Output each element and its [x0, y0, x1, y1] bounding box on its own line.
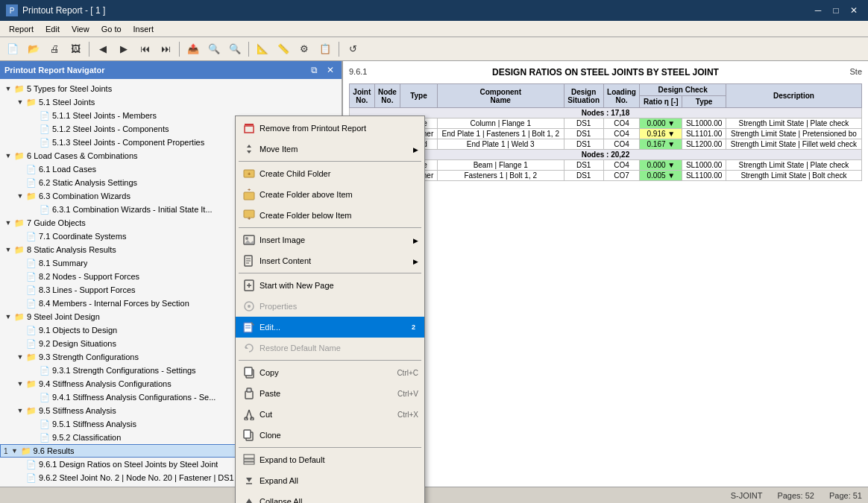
ctx-create-above-label: Create Folder above Item [260, 190, 418, 199]
menu-insert[interactable]: Insert [128, 23, 160, 35]
status-bar: S-JOINT Pages: 52 Page: 51 [0, 487, 868, 503]
ctx-move[interactable]: Move Item [236, 139, 424, 159]
ctx-collapse-all-label: Collapse All [260, 497, 418, 503]
tree-expander[interactable]: ▼ [10, 446, 20, 456]
submenu-arrow [413, 257, 418, 265]
tree-expander[interactable]: ▼ [3, 311, 13, 322]
ctx-new-page[interactable]: Start with New Page [236, 275, 424, 296]
ctx-expand-default-label: Expand to Default [260, 455, 418, 464]
ctx-cut[interactable]: Cut Ctrl+X [236, 404, 424, 425]
doc-icon: 📄 [25, 257, 37, 269]
navigator-title: Printout Report Navigator [4, 66, 104, 75]
copy-icon [242, 365, 257, 380]
ctx-separator [239, 360, 421, 361]
tree-label: 6.3 Combination Wizards [39, 192, 130, 200]
ctx-clone[interactable]: Clone [236, 425, 424, 446]
ctx-create-below[interactable]: + Create Folder below Item [236, 205, 424, 226]
settings-button[interactable]: ⚙ [295, 40, 314, 58]
tree-label: 9.5.2 Classification [52, 433, 121, 442]
width-button[interactable]: 📏 [274, 40, 293, 58]
ctx-edit[interactable]: Edit... 2 [236, 317, 424, 338]
print-button[interactable]: 🖨 [45, 40, 64, 58]
ctx-copy-shortcut: Ctrl+C [397, 369, 418, 377]
doc-icon: 📄 [39, 391, 51, 403]
tree-expander[interactable]: ▼ [15, 191, 25, 201]
cell-check-type: SL1000.00 [682, 160, 726, 171]
tree-label: 5 Types for Steel Joints [27, 84, 112, 93]
minimize-button[interactable]: ─ [810, 4, 826, 17]
cell-loading: CO4 [603, 139, 640, 150]
navigator-close-button[interactable]: ✕ [324, 63, 337, 77]
doc-button[interactable]: 📋 [315, 40, 335, 58]
menu-report[interactable]: Report [3, 23, 40, 35]
prev-button[interactable]: ◀ [93, 40, 113, 58]
tree-expander[interactable]: ▼ [15, 97, 25, 107]
preview-button[interactable]: 🖼 [66, 40, 85, 58]
tree-item[interactable]: ▼ 📁 5.1 Steel Joints [0, 95, 342, 109]
tree-label: 9.2 Design Situations [39, 339, 116, 348]
cell-loading: CO7 [603, 171, 640, 181]
tree-expander[interactable]: ▼ [3, 218, 13, 228]
restore-icon [242, 341, 257, 355]
ctx-create-above[interactable]: + Create Folder above Item [236, 184, 424, 205]
tree-label: 8.4 Members - Internal Forces by Section [39, 299, 189, 308]
col-component: ComponentName [437, 84, 564, 108]
cell-component: End Plate 1 | Fasteners 1 | Bolt 1, 2 [437, 129, 564, 139]
tree-label: 5.1 Steel Joints [39, 98, 95, 107]
navigator-restore-button[interactable]: ⧉ [307, 63, 321, 77]
fit-button[interactable]: 📐 [253, 40, 272, 58]
ctx-remove[interactable]: Remove from Printout Report [236, 118, 424, 139]
open-button[interactable]: 📂 [24, 40, 43, 58]
first-button[interactable]: ⏮ [135, 40, 154, 58]
ctx-copy[interactable]: Copy Ctrl+C [236, 362, 424, 383]
cell-ratio: 0.167 ▼ [640, 139, 682, 150]
ctx-clone-label: Clone [260, 431, 418, 440]
zoom-in-button[interactable]: 🔍 [225, 40, 245, 58]
maximize-button[interactable]: □ [828, 4, 844, 17]
col-loading: LoadingNo. [603, 84, 640, 108]
new-button[interactable]: 📄 [3, 40, 22, 58]
close-button[interactable]: ✕ [846, 4, 862, 17]
svg-rect-1 [245, 126, 254, 133]
ctx-expand-all[interactable]: Expand All [236, 470, 424, 491]
tree-expander[interactable]: ▼ [15, 379, 25, 389]
table-row: Weld End Plate 1 | Weld 3 DS1 CO4 0.167 … [350, 139, 862, 150]
tree-label: 7.1 Coordinate Systems [39, 232, 126, 241]
svg-rect-6 [244, 192, 254, 200]
tree-expander[interactable]: ▼ [15, 352, 25, 362]
tree-expander[interactable]: ▼ [3, 83, 13, 94]
group-label: Nodes : 20,22 [350, 150, 862, 160]
section-number: 9.6.1 [349, 67, 379, 77]
menu-view[interactable]: View [66, 23, 95, 35]
window-title: Printout Report - [ 1 ] [22, 5, 105, 16]
menu-goto[interactable]: Go to [95, 23, 128, 35]
ctx-copy-label: Copy [260, 368, 397, 377]
cell-ds: DS1 [564, 129, 603, 139]
cell-loading: CO4 [603, 160, 640, 171]
ctx-expand-default[interactable]: Expand to Default [236, 449, 424, 470]
ctx-insert-content[interactable]: Insert Content [236, 250, 424, 271]
folder-icon: 📁 [13, 217, 25, 229]
move-icon [242, 142, 257, 156]
paste-icon [242, 386, 257, 401]
ctx-insert-content-label: Insert Content [260, 256, 413, 265]
ctx-collapse-all[interactable]: Collapse All [236, 491, 424, 503]
export-button[interactable]: 📤 [183, 40, 203, 58]
tree-expander[interactable]: ▼ [3, 244, 13, 255]
cell-desc: Strength Limit State | Pretensioned bo [726, 129, 861, 139]
menu-edit[interactable]: Edit [40, 23, 66, 35]
tree-label: 9.6 Results [34, 446, 75, 455]
tree-expander[interactable]: ▼ [3, 151, 13, 161]
last-button[interactable]: ⏭ [156, 40, 175, 58]
cell-component: Fasteners 1 | Bolt 1, 2 [437, 171, 564, 181]
zoom-out-button[interactable]: 🔍 [204, 40, 224, 58]
ctx-paste[interactable]: Paste Ctrl+V [236, 383, 424, 404]
next-button[interactable]: ▶ [114, 40, 133, 58]
cell-ratio: 0.000 ▼ [640, 160, 682, 171]
tree-expander[interactable]: ▼ [15, 405, 25, 416]
ctx-insert-image[interactable]: Insert Image [236, 230, 424, 250]
refresh-button[interactable]: ↺ [343, 40, 362, 58]
ctx-create-child[interactable]: + Create Child Folder [236, 163, 424, 184]
tree-item[interactable]: ▼ 📁 5 Types for Steel Joints [0, 82, 342, 95]
folder-icon: 📁 [13, 244, 25, 256]
